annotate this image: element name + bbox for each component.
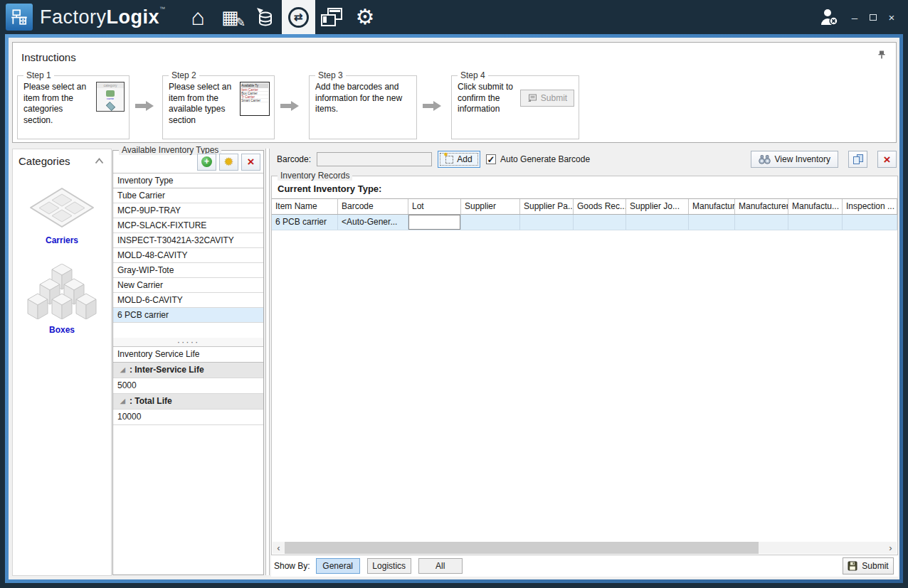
delete-x-icon: × [248,156,255,168]
scroll-left-arrow[interactable]: ‹ [273,542,285,554]
nav-design-icon[interactable]: ▦ ✎ [215,0,248,34]
inventory-type-row[interactable]: MOLD-6-CAVITY [113,293,263,308]
service-life-group-row[interactable]: ◢ : Inter-Service Life [113,363,263,378]
service-life-group-row[interactable]: ◢ : Total Life [113,394,263,410]
column-header[interactable]: Manufacturer... [735,199,788,214]
inventory-type-row[interactable]: New Carrier [113,278,263,293]
desk-icon [10,8,28,26]
step3-box: Step 3 Add the barcodes and information … [309,75,417,139]
collapse-chevron-icon[interactable] [95,156,104,166]
filter-button[interactable]: General [316,558,360,574]
types-column-header[interactable]: Inventory Type [113,173,263,188]
nav-home-icon[interactable]: ⌂ [181,0,215,34]
barcode-label: Barcode: [277,154,311,164]
column-header[interactable]: Supplier Pa... [520,199,574,214]
column-header[interactable]: Supplier Jo... [626,199,689,214]
nav-materials-icon[interactable] [248,0,282,34]
horizontal-splitter[interactable]: ····· [113,338,263,347]
column-header[interactable]: Manufactu... [788,199,843,214]
submit-button[interactable]: Submit [843,557,894,574]
grid-cell[interactable] [788,215,843,230]
column-header[interactable]: Item Name [272,199,338,214]
nav-settings-icon[interactable]: ⚙ [349,0,382,34]
grid-cell[interactable] [689,215,735,230]
show-by-label: Show By: [274,561,310,571]
user-logout-icon[interactable] [814,3,845,31]
plus-icon: + [201,156,212,167]
step1-text: Please select an item from the categorie… [23,82,92,126]
main-panel: Barcode: Add ✓ Auto Generate Barcode [271,147,898,577]
horizontal-scrollbar: ‹ › [273,542,897,554]
nav-production-icon[interactable] [315,0,349,34]
service-life-value[interactable]: 5000 [113,378,263,394]
main-nav: ⌂ ▦ ✎ ⇄ ⚙ [181,0,382,34]
grid-cell[interactable]: <Auto-Gener... [338,215,408,230]
instructions-title: Instructions [21,51,76,63]
step-arrow-icon [423,101,441,111]
grid-cell[interactable] [626,215,689,230]
minimize-button[interactable]: – [845,8,864,26]
grid-cell[interactable] [408,215,461,230]
inventory-type-row[interactable]: INSPECT-T30421A-32CAVITY [113,233,263,248]
close-button[interactable]: × [882,8,901,26]
service-life-value[interactable]: 10000 [113,410,263,425]
inventory-type-row[interactable]: Tube Carrier [113,188,263,203]
inventory-type-row[interactable]: Gray-WIP-Tote [113,263,263,278]
group-expand-icon[interactable]: ◢ [120,394,125,409]
auto-generate-checkbox[interactable]: ✓ Auto Generate Barcode [486,154,590,164]
edit-type-button[interactable]: ✹ [219,154,238,171]
grid-cell[interactable] [843,215,897,230]
clear-button[interactable]: × [877,151,897,168]
categories-title: Categories [19,155,70,167]
nav-transfer-icon[interactable]: ⇄ [282,0,315,34]
column-header[interactable]: Supplier [461,199,520,214]
column-header[interactable]: Goods Rec... [574,199,626,214]
inventory-type-row[interactable]: MCP-SLACK-FIXTURE [113,218,263,233]
grid-cell[interactable] [574,215,626,230]
barcode-input[interactable] [317,152,432,166]
copy-button[interactable] [848,151,867,168]
inventory-type-row[interactable]: 6 PCB carrier [113,308,263,323]
step3-text: Add the barcodes and information for the… [315,82,412,115]
records-empty-area [272,230,897,542]
view-inventory-button[interactable]: View Inventory [751,151,839,168]
scrollbar-thumb[interactable] [285,542,759,554]
category-item-carriers[interactable]: Carriers [13,187,111,245]
vertical-splitter[interactable] [265,149,270,575]
column-header[interactable]: Inspection ... [843,199,897,214]
column-header[interactable]: Barcode [338,199,408,214]
show-by-filters: General Logistics All [316,558,463,574]
column-header[interactable]: Lot [408,199,461,214]
step1-thumbnail-image: category carrie [96,82,125,112]
instructions-panel: Instructions Step 1 Please select an ite… [12,42,897,143]
grid-cell[interactable] [520,215,574,230]
inventory-type-row[interactable]: MOLD-48-CAVITY [113,248,263,263]
add-type-button[interactable]: + [197,154,216,171]
types-list: Tube Carrier MCP-9UP-TRAY MCP-SLACK-FIXT… [113,188,263,338]
records-grid-header: Item Name Barcode Lot Supplier Supplier … [272,198,897,215]
group-expand-icon[interactable]: ◢ [120,363,125,378]
app-title: FactoryLogix™ [40,6,166,28]
current-inventory-type-label: Current Inventory Type: [272,176,897,198]
step4-submit-button[interactable]: Submit [520,90,574,107]
grid-cell[interactable]: 6 PCB carrier [272,215,338,230]
grid-cell[interactable] [735,215,788,230]
service-life-header[interactable]: Inventory Service Life [113,347,263,363]
red-x-icon: × [884,154,891,166]
category-label-boxes: Boxes [49,325,75,335]
category-item-boxes[interactable]: Boxes [13,264,111,335]
checkbox-check-icon[interactable]: ✓ [486,154,496,164]
delete-type-button[interactable]: × [241,154,260,171]
step1-label: Step 1 [23,70,54,80]
column-header[interactable]: Manufacturer [689,199,735,214]
filter-button[interactable]: All [418,558,463,574]
grid-cell[interactable] [461,215,520,230]
pin-icon[interactable] [877,50,886,62]
auto-generate-label: Auto Generate Barcode [500,154,590,164]
add-button[interactable]: Add [438,151,480,168]
scrollbar-track[interactable] [285,542,885,554]
maximize-button[interactable] [864,8,882,26]
filter-button[interactable]: Logistics [367,558,411,574]
scroll-right-arrow[interactable]: › [885,542,897,554]
inventory-type-row[interactable]: MCP-9UP-TRAY [113,203,263,218]
